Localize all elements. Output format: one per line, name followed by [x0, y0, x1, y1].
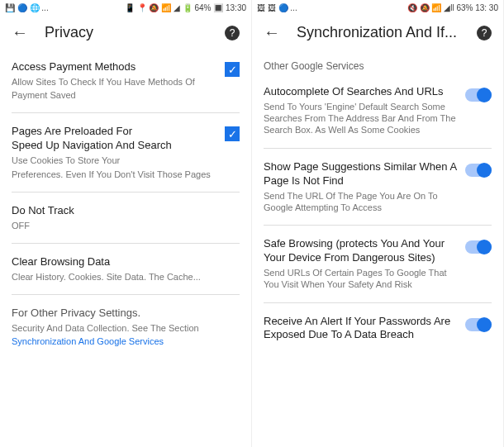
sync-services-link[interactable]: Synchronization And Google Services: [12, 335, 240, 347]
item-title: For Other Privacy Settings.: [12, 307, 240, 321]
content: Other Google Services Autocomplete Of Se…: [252, 50, 503, 352]
status-left-icons: 🖼 🖼 🔵 ...: [257, 3, 297, 12]
help-icon[interactable]: ?: [477, 26, 492, 40]
divider: [264, 225, 492, 226]
item-sub: Send To Yours 'Engine' Default Search So…: [264, 101, 457, 136]
help-icon[interactable]: ?: [225, 26, 240, 40]
section-header: Other Google Services: [264, 54, 492, 78]
checkbox-icon[interactable]: ✓: [225, 126, 240, 141]
item-sub: Send The URL Of The Page You Are On To G…: [264, 190, 457, 214]
toggle-switch[interactable]: [465, 88, 492, 102]
status-right: 🔇 🔕 📶 ◢ll 63% 13: 30: [407, 3, 498, 12]
page-title: Privacy: [45, 24, 208, 41]
item-sub: Security And Data Collection. See The Se…: [12, 322, 240, 334]
item-title: Autocomplete Of Searches And URLs: [264, 85, 457, 99]
item-title: Access Payment Methods: [12, 60, 216, 74]
item-sub: Allow Sites To Check If You Have Methods…: [12, 76, 216, 88]
item-sub: Send URLs Of Certain Pages To Google Tha…: [264, 267, 457, 291]
item-title: Clear Browsing Data: [12, 255, 240, 269]
privacy-pane: 💾 🔵 🌐 ... 📱 📍 🔕 📶 ◢ 🔋 64% 🔳 13:30 ← Priv…: [0, 0, 252, 447]
back-arrow-icon[interactable]: ←: [12, 23, 28, 42]
item-sub: Preferences. Even If You Don't Visit Tho…: [12, 169, 216, 180]
item-title: Safe Browsing (protects You And Your You…: [264, 237, 457, 265]
status-bar: 💾 🔵 🌐 ... 📱 📍 🔕 📶 ◢ 🔋 64% 🔳 13:30: [0, 0, 251, 15]
divider: [12, 192, 240, 193]
toggle-switch[interactable]: [465, 318, 492, 331]
back-arrow-icon[interactable]: ←: [264, 23, 280, 42]
password-breach-alert-item[interactable]: Receive An Alert If Your Passwords Are E…: [264, 308, 492, 350]
item-sub: OFF: [12, 220, 240, 231]
sync-pane: 🖼 🖼 🔵 ... 🔇 🔕 📶 ◢ll 63% 13: 30 ← Synchro…: [252, 0, 504, 447]
item-title: Pages Are Preloaded For: [12, 125, 216, 139]
autocomplete-item[interactable]: Autocomplete Of Searches And URLs Send T…: [264, 78, 492, 143]
divider: [12, 294, 240, 295]
other-privacy-settings-item[interactable]: For Other Privacy Settings. Security And…: [12, 300, 240, 354]
status-left-icons: 💾 🔵 🌐 ...: [5, 3, 49, 12]
status-right: 📱 📍 🔕 📶 ◢ 🔋 64% 🔳 13:30: [125, 3, 246, 12]
item-sub: Payment Saved: [12, 89, 216, 101]
header: ← Synchronization And If... ?: [252, 15, 503, 50]
item-title: Receive An Alert If Your Passwords Are E…: [264, 315, 457, 343]
page-suggestions-item[interactable]: Show Page Suggestions Similar When A Pag…: [264, 154, 492, 220]
status-bar: 🖼 🖼 🔵 ... 🔇 🔕 📶 ◢ll 63% 13: 30: [252, 0, 503, 15]
item-sub: Clear History. Cookies. Site Data. The C…: [12, 271, 240, 283]
item-sub: Use Cookies To Store Your: [12, 155, 216, 166]
divider: [12, 112, 240, 113]
divider: [264, 148, 492, 149]
toggle-switch[interactable]: [465, 164, 492, 177]
preload-pages-item[interactable]: Pages Are Preloaded For Speed Up Navigat…: [12, 118, 240, 186]
header: ← Privacy ?: [0, 15, 251, 50]
item-title: Show Page Suggestions Similar When A Pag…: [264, 160, 457, 188]
payment-methods-item[interactable]: Access Payment Methods Allow Sites To Ch…: [12, 54, 240, 107]
safe-browsing-item[interactable]: Safe Browsing (protects You And Your You…: [264, 231, 492, 297]
do-not-track-item[interactable]: Do Not Track OFF: [12, 197, 240, 238]
divider: [12, 243, 240, 244]
content: Access Payment Methods Allow Sites To Ch…: [0, 50, 251, 358]
checkbox-icon[interactable]: ✓: [225, 62, 240, 77]
item-title: Do Not Track: [12, 204, 240, 218]
toggle-switch[interactable]: [465, 240, 492, 254]
page-title: Synchronization And If...: [297, 24, 460, 41]
clear-browsing-data-item[interactable]: Clear Browsing Data Clear History. Cooki…: [12, 249, 240, 289]
item-sub: Speed Up Navigation And Search: [12, 139, 216, 153]
divider: [264, 302, 492, 303]
